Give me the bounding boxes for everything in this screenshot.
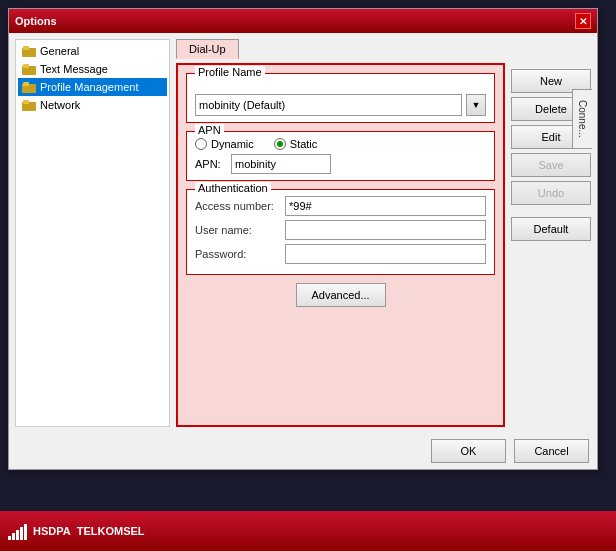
username-row: User name: xyxy=(195,220,486,240)
apn-input[interactable] xyxy=(231,154,331,174)
auth-section-label: Authentication xyxy=(195,182,271,194)
tab-dial-up[interactable]: Dial-Up xyxy=(176,39,239,59)
right-side-wrapper: Dial-Up Profile Name ▼ APN xyxy=(176,39,591,427)
apn-field-label: APN: xyxy=(195,158,225,170)
taskbar: HSDPA TELKOMSEL xyxy=(0,511,616,551)
folder-icon xyxy=(22,46,36,57)
carrier-label: TELKOMSEL xyxy=(77,525,145,537)
profile-name-section: Profile Name ▼ xyxy=(186,73,495,123)
signal-bar-2 xyxy=(12,533,15,540)
sidebar: General Text Message Profile Management … xyxy=(15,39,170,427)
save-button[interactable]: Save xyxy=(511,153,591,177)
username-input[interactable] xyxy=(285,220,486,240)
sidebar-item-profile-management[interactable]: Profile Management xyxy=(18,78,167,96)
network-type-label: HSDPA xyxy=(33,525,71,537)
radio-dynamic-circle xyxy=(195,138,207,150)
dialog-footer: OK Cancel xyxy=(9,433,597,469)
access-number-row: Access number: xyxy=(195,196,486,216)
profile-select[interactable] xyxy=(195,94,462,116)
profile-dropdown-button[interactable]: ▼ xyxy=(466,94,486,116)
apn-section-label: APN xyxy=(195,124,224,136)
profile-name-label: Profile Name xyxy=(195,66,265,78)
password-input[interactable] xyxy=(285,244,486,264)
default-button[interactable]: Default xyxy=(511,217,591,241)
apn-section: APN Dynamic Static AP xyxy=(186,131,495,181)
sidebar-label-text-message: Text Message xyxy=(40,63,108,75)
radio-dynamic[interactable]: Dynamic xyxy=(195,138,254,150)
ok-button[interactable]: OK xyxy=(431,439,506,463)
signal-bar-4 xyxy=(20,527,23,540)
password-row: Password: xyxy=(195,244,486,264)
main-panel: Profile Name ▼ APN Dynamic xyxy=(176,63,505,427)
radio-dynamic-label: Dynamic xyxy=(211,138,254,150)
signal-bar-1 xyxy=(8,536,11,540)
access-number-label: Access number: xyxy=(195,200,285,212)
dialog-title: Options xyxy=(15,15,57,27)
sidebar-item-general[interactable]: General xyxy=(18,42,167,60)
folder-icon xyxy=(22,100,36,111)
signal-bar-3 xyxy=(16,530,19,540)
sidebar-label-profile-management: Profile Management xyxy=(40,81,138,93)
radio-row: Dynamic Static xyxy=(195,138,486,150)
undo-button[interactable]: Undo xyxy=(511,181,591,205)
sidebar-item-network[interactable]: Network xyxy=(18,96,167,114)
access-number-input[interactable] xyxy=(285,196,486,216)
radio-static-label: Static xyxy=(290,138,318,150)
dialog-body: General Text Message Profile Management … xyxy=(9,33,597,433)
folder-icon xyxy=(22,64,36,75)
radio-static-circle xyxy=(274,138,286,150)
password-label: Password: xyxy=(195,248,285,260)
username-label: User name: xyxy=(195,224,285,236)
folder-icon xyxy=(22,82,36,93)
close-button[interactable]: ✕ xyxy=(575,13,591,29)
sidebar-label-network: Network xyxy=(40,99,80,111)
content-area: Dial-Up Profile Name ▼ APN xyxy=(176,39,505,427)
sidebar-item-text-message[interactable]: Text Message xyxy=(18,60,167,78)
dialog-titlebar: Options ✕ xyxy=(9,9,597,33)
apn-input-row: APN: xyxy=(195,154,486,174)
profile-select-row: ▼ xyxy=(195,94,486,116)
signal-bars xyxy=(8,522,27,540)
options-dialog: Options ✕ General Text Message Profile M… xyxy=(8,8,598,470)
connect-tab[interactable]: Conne... xyxy=(572,89,592,149)
radio-static[interactable]: Static xyxy=(274,138,318,150)
tab-bar: Dial-Up xyxy=(176,39,505,59)
auth-section: Authentication Access number: User name:… xyxy=(186,189,495,275)
cancel-button[interactable]: Cancel xyxy=(514,439,589,463)
signal-bar-5 xyxy=(24,524,27,540)
sidebar-label-general: General xyxy=(40,45,79,57)
advanced-button[interactable]: Advanced... xyxy=(296,283,386,307)
